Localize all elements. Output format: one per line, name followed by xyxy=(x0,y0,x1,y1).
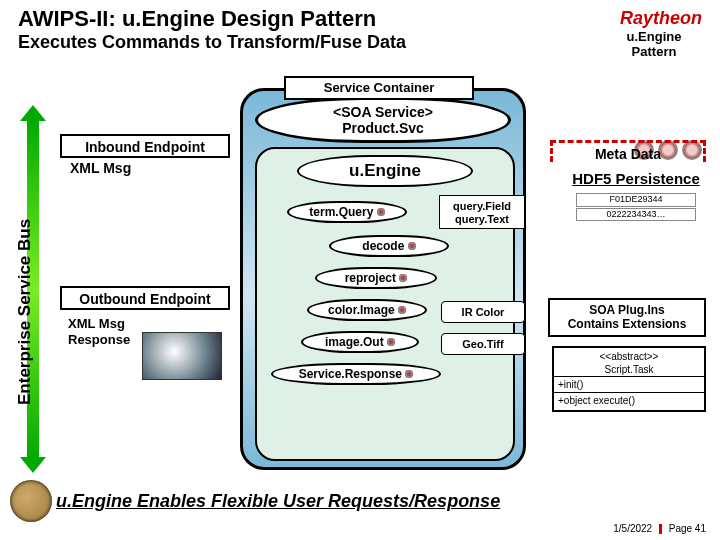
pattern-label-line2: Pattern xyxy=(606,45,702,60)
pattern-label-line1: u.Engine xyxy=(606,30,702,45)
xml-msg-response: XML Msg Response xyxy=(68,316,238,376)
meta-data-label: Meta Data xyxy=(550,140,706,162)
step-decode: decode xyxy=(329,235,449,257)
seal-icon xyxy=(10,480,52,522)
query-field-l1: query.Field xyxy=(453,200,511,213)
footer-date: 1/5/2022 xyxy=(613,523,652,534)
service-container: <SOA Service> Product.Svc u.Engine term.… xyxy=(240,88,526,470)
abstract-script-task-box: <<abstract>> Script.Task +init() +object… xyxy=(552,346,706,412)
abstract-hdr2: Script.Task xyxy=(554,363,704,376)
step-image-out: image.Out xyxy=(301,331,419,353)
bottom-caption: u.Engine Enables Flexible User Requests/… xyxy=(56,491,500,512)
uengine-oval: u.Engine xyxy=(297,155,473,187)
outbound-endpoint: Outbound Endpoint xyxy=(60,286,230,310)
gear-icon xyxy=(398,306,406,314)
gear-icon xyxy=(387,338,395,346)
slide-subtitle: Executes Commands to Transform/Fuse Data xyxy=(18,32,406,53)
gear-icon xyxy=(408,242,416,250)
persistence-codes: F01DE29344 0222234343… xyxy=(566,192,706,222)
xml-msg-label: XML Msg xyxy=(70,160,170,176)
gear-icon xyxy=(405,370,413,378)
code-2: 0222234343… xyxy=(576,208,696,222)
soa-line1: <SOA Service> xyxy=(258,104,508,120)
abstract-m1: +init() xyxy=(554,376,704,392)
abstract-hdr1: <<abstract>> xyxy=(554,350,704,363)
service-inner: u.Engine term.Query query.Field query.Te… xyxy=(255,147,515,461)
gear-icon xyxy=(399,274,407,282)
xml-resp-line1: XML Msg xyxy=(68,316,125,331)
raytheon-logo: Raytheon xyxy=(620,8,702,29)
hdf5-label: HDF5 Persistence xyxy=(554,170,718,187)
step-term-query: term.Query xyxy=(287,201,407,223)
query-field-box: query.Field query.Text xyxy=(439,195,525,229)
footer-divider xyxy=(659,524,662,534)
abstract-m2: +object execute() xyxy=(554,392,704,408)
footer-page: Page 41 xyxy=(669,523,706,534)
step-color-image: color.Image xyxy=(307,299,427,321)
pattern-label: u.Engine Pattern xyxy=(606,30,702,60)
plugins-line1: SOA Plug.Ins xyxy=(552,303,702,317)
service-container-header: Service Container xyxy=(284,76,474,100)
query-field-l2: query.Text xyxy=(455,213,509,226)
step-reproject: reproject xyxy=(315,267,437,289)
xml-resp-line2: Response xyxy=(68,332,130,347)
step-service-response: Service.Response xyxy=(271,363,441,385)
bus-label: Enterprise Service Bus xyxy=(15,219,35,405)
geo-tiff-pill: Geo.Tiff xyxy=(441,333,525,355)
satellite-image-icon xyxy=(142,332,222,380)
slide-title: AWIPS-II: u.Engine Design Pattern xyxy=(18,6,376,32)
ir-color-pill: IR Color xyxy=(441,301,525,323)
plugins-line2: Contains Extensions xyxy=(552,317,702,331)
enterprise-service-bus-arrow: Enterprise Service Bus xyxy=(20,105,46,473)
code-1: F01DE29344 xyxy=(576,193,696,207)
soa-plugins-box: SOA Plug.Ins Contains Extensions xyxy=(548,298,706,337)
soa-line2: Product.Svc xyxy=(258,120,508,136)
inbound-endpoint: Inbound Endpoint xyxy=(60,134,230,158)
footer: 1/5/2022 Page 41 xyxy=(613,523,706,534)
soa-service-oval: <SOA Service> Product.Svc xyxy=(255,97,511,143)
gear-icon xyxy=(377,208,385,216)
